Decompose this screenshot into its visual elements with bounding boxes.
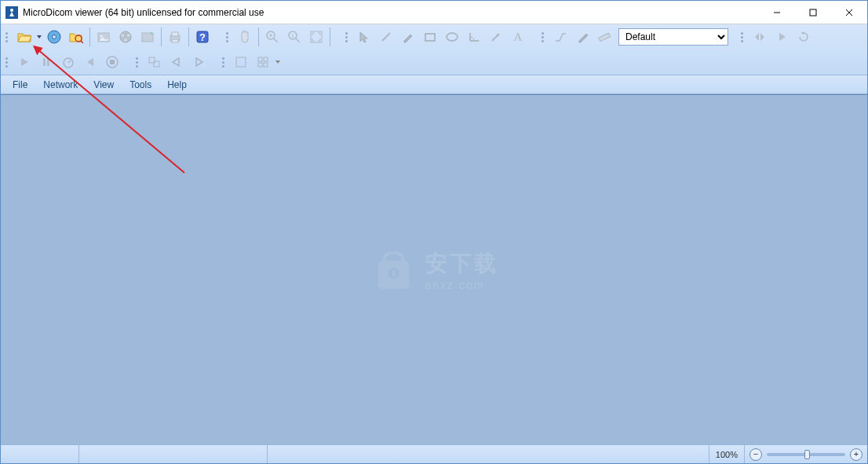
open-cd-button[interactable]	[43, 26, 65, 48]
play-button[interactable]	[13, 51, 35, 73]
line-tool-button[interactable]	[375, 26, 397, 48]
arrow-tool-button[interactable]	[485, 26, 507, 48]
reset-button[interactable]	[793, 26, 815, 48]
open-folder-button[interactable]	[13, 26, 35, 48]
minimize-button[interactable]	[759, 1, 795, 24]
text-tool-button[interactable]: A	[507, 26, 529, 48]
svg-line-29	[382, 33, 390, 41]
toolbar-grip[interactable]	[224, 27, 231, 47]
watermark: 安下载 anxz.com	[370, 247, 498, 294]
pencil-tool-button[interactable]	[397, 26, 419, 48]
menu-network[interactable]: Network	[36, 77, 85, 93]
image-viewport[interactable]: 安下载 anxz.com	[1, 94, 867, 444]
svg-rect-47	[264, 63, 268, 67]
layout-single-button[interactable]	[230, 51, 252, 73]
next-series-button[interactable]	[188, 51, 210, 73]
svg-line-38	[68, 60, 71, 63]
status-cell-2	[79, 445, 268, 463]
toolbar-row-2	[1, 49, 867, 75]
save-image-button[interactable]	[93, 26, 115, 48]
svg-point-31	[447, 33, 458, 41]
svg-rect-34	[599, 33, 611, 41]
menu-file[interactable]: File	[5, 77, 35, 93]
menu-bar: File Network View Tools Help	[1, 75, 867, 94]
maximize-button[interactable]	[795, 1, 831, 24]
zoom-in-button[interactable]	[261, 26, 283, 48]
watermark-text-2: anxz.com	[425, 279, 498, 291]
flip-horizontal-button[interactable]	[749, 26, 771, 48]
ruler-button[interactable]	[593, 26, 615, 48]
zoom-in-button[interactable]: +	[850, 448, 863, 461]
toolbar-grip[interactable]	[4, 27, 10, 47]
svg-rect-46	[258, 63, 262, 67]
toolbar-grip[interactable]	[344, 27, 350, 47]
toolbar-grip[interactable]	[739, 27, 746, 47]
sync-series-button[interactable]	[144, 51, 166, 73]
svg-rect-36	[47, 58, 49, 66]
fit-window-button[interactable]	[305, 26, 327, 48]
toolbar-area: ? 1 A Default	[1, 24, 867, 75]
svg-rect-17	[172, 32, 178, 36]
zoom-slider[interactable]	[767, 453, 845, 456]
hand-tool-button[interactable]	[234, 26, 256, 48]
zoom-out-button[interactable]: −	[749, 448, 762, 461]
svg-point-12	[121, 34, 124, 37]
export-dicom-button[interactable]	[137, 26, 159, 48]
rectangle-tool-button[interactable]	[419, 26, 441, 48]
layout-dropdown-arrow[interactable]	[274, 51, 282, 73]
pointer-tool-button[interactable]	[353, 26, 375, 48]
svg-point-13	[127, 34, 130, 37]
menu-help[interactable]: Help	[160, 77, 194, 93]
window-level-button[interactable]	[549, 26, 571, 48]
zoom-percent-label: 100%	[709, 445, 745, 463]
svg-point-10	[100, 35, 103, 38]
rotate-right-button[interactable]	[771, 26, 793, 48]
svg-rect-40	[110, 60, 115, 64]
stop-button[interactable]	[101, 51, 123, 73]
svg-rect-18	[172, 39, 178, 42]
svg-text:A: A	[514, 31, 523, 43]
svg-rect-43	[236, 57, 246, 67]
toolbar-grip[interactable]	[540, 27, 546, 47]
print-button[interactable]	[164, 26, 186, 48]
layout-grid-button[interactable]	[252, 51, 274, 73]
export-video-button[interactable]	[115, 26, 137, 48]
window-title: MicroDicom viewer (64 bit) unlicensed fo…	[23, 7, 759, 18]
zoom-controls: − +	[745, 448, 867, 461]
svg-line-22	[274, 38, 278, 42]
scan-folder-button[interactable]	[65, 26, 87, 48]
title-bar: MicroDicom viewer (64 bit) unlicensed fo…	[1, 1, 867, 24]
svg-line-8	[81, 41, 83, 43]
angle-tool-button[interactable]	[463, 26, 485, 48]
app-icon	[5, 6, 18, 19]
status-bar: 100% − +	[1, 444, 867, 463]
help-button[interactable]: ?	[191, 26, 213, 48]
svg-point-6	[53, 35, 57, 39]
prev-series-button[interactable]	[166, 51, 188, 73]
svg-rect-45	[264, 57, 268, 61]
eyedropper-button[interactable]	[571, 26, 593, 48]
svg-text:?: ?	[199, 31, 206, 43]
toolbar-grip[interactable]	[4, 52, 10, 72]
open-dropdown-arrow[interactable]	[35, 26, 43, 48]
menu-view[interactable]: View	[86, 77, 121, 93]
watermark-text-1: 安下载	[425, 249, 498, 279]
ellipse-tool-button[interactable]	[441, 26, 463, 48]
pause-button[interactable]	[35, 51, 57, 73]
speed-button[interactable]	[57, 51, 79, 73]
toolbar-row-1: ? 1 A Default	[1, 24, 867, 49]
svg-rect-44	[258, 57, 262, 61]
zoom-actual-button[interactable]: 1	[283, 26, 305, 48]
svg-line-26	[296, 38, 300, 42]
svg-rect-30	[425, 34, 435, 41]
svg-rect-35	[43, 58, 46, 66]
preset-dropdown[interactable]: Default	[618, 28, 728, 46]
svg-rect-2	[810, 9, 816, 16]
toolbar-grip[interactable]	[134, 52, 140, 72]
close-button[interactable]	[831, 1, 867, 24]
prev-frame-button[interactable]	[79, 51, 101, 73]
menu-tools[interactable]: Tools	[122, 77, 159, 93]
toolbar-grip[interactable]	[221, 52, 227, 72]
svg-text:1: 1	[291, 33, 294, 38]
status-cell-1	[1, 445, 79, 463]
